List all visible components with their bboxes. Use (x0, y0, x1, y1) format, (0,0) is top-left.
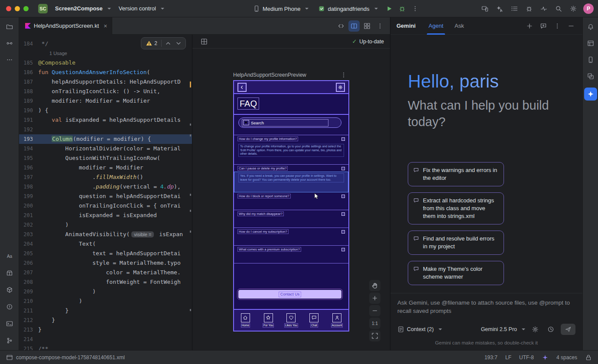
suggestion-card[interactable]: Extract all hardcoded strings from this … (408, 192, 504, 224)
line-number[interactable] (19, 49, 38, 58)
zoom-out-button[interactable] (369, 305, 380, 316)
code-line-211[interactable]: 211 } (19, 306, 192, 315)
code-line-205[interactable]: 205 text = helpAndSupportDetai (19, 249, 192, 258)
zoom-reset-button[interactable]: 1:1 (369, 318, 380, 329)
nav-item-for-you[interactable]: For You (257, 310, 280, 331)
code-view-toggle[interactable] (335, 20, 347, 32)
nav-item-home[interactable]: Home (234, 310, 257, 331)
new-chat-button[interactable] (524, 21, 535, 31)
close-window-button[interactable] (6, 6, 11, 11)
code-line-202[interactable]: 202 ) (19, 220, 192, 230)
code-line-210[interactable]: 210 ) (19, 296, 192, 306)
preview-options-icon[interactable] (338, 69, 349, 81)
line-number[interactable]: 213 (19, 325, 38, 335)
faq-question-row[interactable]: How do I block or report someone? (234, 192, 348, 200)
commits-icon[interactable] (4, 38, 15, 49)
ai-sparkle-icon[interactable] (542, 354, 549, 361)
line-number[interactable]: 202 (19, 220, 38, 230)
warnings-indicator[interactable]: 2 (143, 40, 159, 47)
faq-item[interactable]: Why did my match disappear? (234, 210, 348, 228)
faq-question-row[interactable]: What comes with a premium subscription? (234, 246, 348, 253)
preview-layout-button[interactable] (198, 36, 210, 47)
line-number[interactable]: 197 (19, 172, 38, 182)
close-tab-icon[interactable]: × (104, 23, 107, 29)
code-line-188[interactable]: 188 onTrailingIconClick: () -> Unit, (19, 87, 192, 96)
code-line-197[interactable]: 197 .fillMaxWidth() (19, 172, 192, 182)
faq-question-row[interactable]: Can I pause or delete my profile? (234, 165, 348, 172)
line-number[interactable]: 189 (19, 96, 38, 106)
line-number[interactable]: 206 (19, 258, 38, 268)
project-folder-icon[interactable] (4, 22, 15, 32)
contact-us-button[interactable]: Contact Us (238, 290, 341, 299)
gemini-input-area[interactable]: Ask Gemini, use @filename to attach sour… (390, 293, 582, 350)
phone-preview[interactable]: FAQ Search How do I change my profile in… (233, 80, 349, 332)
gemini-options-button[interactable] (552, 21, 562, 31)
resource-manager-icon[interactable] (585, 71, 596, 81)
code-line-189[interactable]: 189 modifier: Modifier = Modifier (19, 96, 192, 106)
context-selector[interactable]: Context (2) (397, 326, 442, 333)
code-line-200[interactable]: 200 onTrailingIconClick = { onTrai (19, 201, 192, 211)
indent-widget[interactable]: 4 spaces (556, 354, 577, 361)
code-usage-hint[interactable]: 1 Usage (19, 49, 192, 58)
settings-icon[interactable] (568, 3, 579, 14)
code-line-195[interactable]: 195 QuestionWithTrailingIconRow( (19, 153, 192, 163)
tab-ask[interactable]: Ask (455, 17, 464, 35)
code-line-204[interactable]: 204 Text( (19, 239, 192, 249)
code-line-212[interactable]: 212 } (19, 315, 192, 325)
gemini-input-placeholder[interactable]: Ask Gemini, use @filename to attach sour… (397, 299, 575, 315)
faq-answer[interactable]: Yes. If you need a break, you can pause … (234, 172, 348, 192)
run-button[interactable] (384, 3, 395, 14)
nav-item-chat[interactable]: Chat (302, 310, 325, 331)
line-number[interactable]: 193 (19, 134, 38, 144)
line-number[interactable]: 188 (19, 87, 38, 96)
line-number[interactable]: 192 (19, 125, 38, 134)
code-line-215[interactable]: 215/** (19, 344, 192, 350)
faq-item[interactable]: How do I block or report someone? (234, 192, 348, 210)
line-number[interactable]: 184 (19, 39, 38, 49)
line-number[interactable]: 214 (19, 335, 38, 344)
tab-agent[interactable]: Agent (429, 17, 443, 35)
notifications-bell-icon[interactable] (585, 22, 596, 32)
line-number[interactable]: 208 (19, 277, 38, 287)
line-number[interactable]: 201 (19, 211, 38, 220)
line-number[interactable]: 199 (19, 192, 38, 201)
line-number[interactable]: 211 (19, 306, 38, 315)
line-number[interactable]: 195 (19, 153, 38, 163)
line-number[interactable]: 205 (19, 249, 38, 258)
line-number[interactable]: 204 (19, 239, 38, 249)
search-icon[interactable] (553, 3, 564, 14)
code-line-206[interactable]: 206 style = MaterialTheme.typo (19, 258, 192, 268)
minimize-window-button[interactable] (15, 6, 20, 11)
expand-icon[interactable] (341, 137, 345, 141)
code-line-185[interactable]: 185@Composable (19, 58, 192, 68)
expand-icon[interactable] (341, 248, 345, 251)
line-number[interactable]: 212 (19, 315, 38, 325)
line-number[interactable]: 200 (19, 201, 38, 211)
code-line-190[interactable]: 190) { (19, 106, 192, 115)
line-number[interactable]: 203 (19, 230, 38, 239)
code-line-199[interactable]: 199 question = helpAndSupportDetai (19, 192, 192, 201)
more-run-options-button[interactable] (410, 3, 421, 14)
code-line-191[interactable]: 191 val isExpanded = helpAndSupportDetai… (19, 115, 192, 125)
line-number[interactable]: 191 (19, 115, 38, 125)
expand-icon[interactable] (341, 212, 345, 216)
version-control-icon[interactable] (4, 335, 15, 346)
terminal-icon[interactable] (4, 318, 15, 329)
code-line-214[interactable]: 214 (19, 335, 192, 344)
split-view-toggle[interactable] (348, 20, 360, 32)
expand-icon[interactable] (341, 195, 345, 198)
code-line-208[interactable]: 208 fontWeight = FontWeigh (19, 277, 192, 287)
project-switcher[interactable]: Screen2Compose (51, 3, 115, 14)
line-number[interactable]: 209 (19, 287, 38, 296)
faq-item[interactable]: How do I change my profile information?T… (234, 135, 348, 164)
line-number[interactable]: 215 (19, 344, 38, 350)
maximize-window-button[interactable] (23, 6, 29, 11)
dependencies-icon[interactable] (4, 268, 15, 278)
more-tools-icon[interactable] (4, 55, 15, 65)
settings-button[interactable] (336, 83, 345, 92)
line-number[interactable]: 190 (19, 106, 38, 115)
vcs-widget[interactable]: Version control (115, 3, 168, 14)
previous-issue-button[interactable] (163, 39, 173, 48)
faq-question-row[interactable]: How do I cancel my subscription? (234, 228, 348, 235)
history-button[interactable] (545, 324, 556, 335)
